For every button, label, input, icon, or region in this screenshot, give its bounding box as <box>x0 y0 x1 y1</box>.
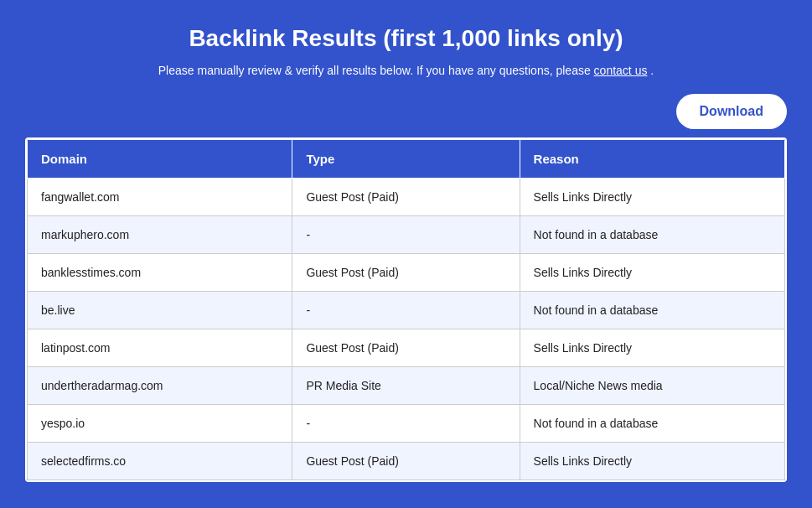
cell-domain: undertheradarmag.com <box>28 367 292 405</box>
cell-reason: Sells Links Directly <box>520 329 784 367</box>
cell-type: Guest Post (Paid) <box>292 329 520 367</box>
results-table: Domain Type Reason fangwallet.comGuest P… <box>27 139 785 480</box>
contact-us-link[interactable]: contact us <box>594 64 648 77</box>
subtitle-end: . <box>650 64 654 77</box>
table-row: be.live-Not found in a database <box>28 292 785 329</box>
cell-domain: yespo.io <box>28 405 292 443</box>
table-row: latinpost.comGuest Post (Paid)Sells Link… <box>28 329 785 367</box>
cell-domain: fangwallet.com <box>28 179 292 216</box>
cell-domain: be.live <box>28 292 292 329</box>
cell-type: - <box>292 292 520 329</box>
table-row: markuphero.com-Not found in a database <box>28 216 785 254</box>
table-row: selectedfirms.coGuest Post (Paid)Sells L… <box>28 443 785 480</box>
table-row: fangwallet.comGuest Post (Paid)Sells Lin… <box>28 179 785 216</box>
page-title: Backlink Results (first 1,000 links only… <box>25 25 787 52</box>
table-row: undertheradarmag.comPR Media SiteLocal/N… <box>28 367 785 405</box>
cell-reason: Sells Links Directly <box>520 443 784 480</box>
table-row: banklesstimes.comGuest Post (Paid)Sells … <box>28 254 785 292</box>
cell-domain: latinpost.com <box>28 329 292 367</box>
cell-type: - <box>292 405 520 443</box>
download-row: Download <box>25 94 787 129</box>
cell-reason: Local/Niche News media <box>520 367 784 405</box>
cell-domain: selectedfirms.co <box>28 443 292 480</box>
page-wrapper: Backlink Results (first 1,000 links only… <box>0 0 812 508</box>
header-domain: Domain <box>28 140 292 179</box>
header-reason: Reason <box>520 140 784 179</box>
header-type: Type <box>292 140 520 179</box>
cell-type: Guest Post (Paid) <box>292 254 520 292</box>
cell-type: PR Media Site <box>292 367 520 405</box>
cell-domain: banklesstimes.com <box>28 254 292 292</box>
subtitle: Please manually review & verify all resu… <box>25 64 787 77</box>
results-table-wrapper: Domain Type Reason fangwallet.comGuest P… <box>25 137 787 482</box>
cell-reason: Not found in a database <box>520 405 784 443</box>
cell-domain: markuphero.com <box>28 216 292 254</box>
cell-type: - <box>292 216 520 254</box>
cell-reason: Not found in a database <box>520 216 784 254</box>
cell-reason: Not found in a database <box>520 292 784 329</box>
table-row: yespo.io-Not found in a database <box>28 405 785 443</box>
download-button[interactable]: Download <box>676 94 787 129</box>
cell-type: Guest Post (Paid) <box>292 179 520 216</box>
table-body: fangwallet.comGuest Post (Paid)Sells Lin… <box>28 179 785 480</box>
cell-reason: Sells Links Directly <box>520 254 784 292</box>
cell-type: Guest Post (Paid) <box>292 443 520 480</box>
cell-reason: Sells Links Directly <box>520 179 784 216</box>
subtitle-text: Please manually review & verify all resu… <box>158 64 591 77</box>
table-header-row: Domain Type Reason <box>28 140 785 179</box>
